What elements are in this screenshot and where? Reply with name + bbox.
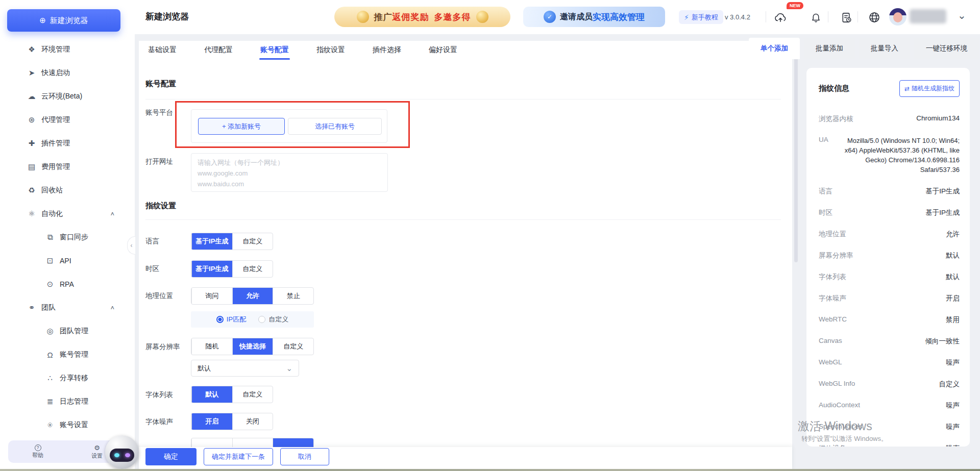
shield-check-icon: ✓ — [544, 11, 556, 23]
fingerprint-row: 语言 基于IP生成 — [819, 187, 960, 196]
sidebar-item-team[interactable]: ⚭ 团队 ˄ — [0, 296, 135, 319]
fingerprint-row: 地理位置 允许 — [819, 230, 960, 239]
sidebar-item-recycle-bin[interactable]: ♻ 回收站 — [0, 179, 135, 202]
chevron-up-icon: ˄ — [110, 304, 114, 312]
tab-plugin[interactable]: 插件选择 — [373, 41, 401, 60]
scrollbar-thumb[interactable] — [794, 53, 798, 262]
font-list-label: 字体列表 — [145, 390, 173, 400]
sidebar-item-log-manage[interactable]: ≣ 日志管理 — [0, 390, 135, 413]
section-title-fingerprint: 指纹设置 — [145, 201, 176, 211]
sidebar-item-plugin-manage[interactable]: ✚ 插件管理 — [0, 132, 135, 155]
person-gear-icon: ⍟ — [44, 420, 56, 430]
font-noise-segment: 开启关闭 — [191, 413, 273, 430]
font-list-segment: 默认自定义 — [191, 386, 273, 403]
lightning-icon: ⚡ — [684, 13, 689, 21]
tab-account[interactable]: 账号配置 — [260, 41, 289, 60]
tab-proxy[interactable]: 代理配置 — [204, 41, 233, 60]
new-browser-button[interactable]: ⊕ 新建浏览器 — [7, 9, 120, 32]
globe-language-icon[interactable] — [868, 11, 881, 24]
ip-match-radio[interactable]: IP匹配 — [216, 315, 246, 324]
tab-basic[interactable]: 基础设置 — [148, 41, 177, 60]
chevron-left-icon: ‹ — [131, 242, 133, 249]
username-blurred — [910, 9, 946, 23]
radio-unselected-icon — [258, 316, 265, 323]
config-tabs: 基础设置代理配置账号配置指纹设置插件选择偏好设置 — [148, 41, 485, 60]
robot-visor — [110, 449, 134, 462]
tab-preference[interactable]: 偏好设置 — [429, 41, 457, 60]
sidebar-item-proxy-manage[interactable]: ⊛ 代理管理 — [0, 108, 135, 132]
fingerprint-row: WebGL Info 自定义 — [819, 380, 960, 389]
fingerprint-row: Canvas 倾向一致性 — [819, 337, 960, 346]
placeholder-line: 请输入网址（每行一个网址） — [198, 157, 381, 168]
chevron-down-icon: ⌄ — [286, 364, 292, 373]
sidebar-item-env-manage[interactable]: ❖ 环境管理 — [0, 38, 135, 61]
fingerprint-row: 字体列表 默认 — [819, 272, 960, 282]
promo-banner-referral[interactable]: 推广 返佣奖励 多邀多得 — [334, 7, 510, 27]
tab-batch-add[interactable]: 批量添加 — [804, 38, 855, 59]
puzzle-icon: ✚ — [26, 139, 38, 148]
account-platform-label: 账号平台 — [145, 108, 173, 117]
resolution-select[interactable]: 默认 ⌄ — [191, 360, 299, 377]
sidebar-item-rpa[interactable]: ⊙ RPA — [0, 272, 135, 296]
confirm-button[interactable]: 确定 — [145, 448, 197, 465]
share-nodes-icon: ∴ — [44, 374, 56, 383]
sidebar-item-account-settings[interactable]: ⍟ 账号设置 — [0, 413, 135, 437]
tab-fingerprint[interactable]: 指纹设置 — [316, 41, 345, 60]
new-badge: NEW — [787, 2, 803, 9]
confirm-and-next-button[interactable]: 确定并新建下一条 — [204, 448, 273, 465]
bell-icon[interactable] — [809, 11, 822, 24]
shuffle-icon: ⇄ — [904, 85, 910, 92]
language-segment: 基于IP生成自定义 — [191, 233, 273, 250]
cancel-button[interactable]: 取消 — [280, 448, 329, 465]
fingerprint-row: 时区 基于IP生成 — [819, 208, 960, 217]
log-document-icon[interactable] — [840, 11, 853, 24]
sidebar-item-billing-manage[interactable]: ▤ 费用管理 — [0, 155, 135, 179]
screen-resolution-label: 屏幕分辨率 — [145, 342, 180, 352]
open-url-label: 打开网址 — [145, 157, 173, 166]
help-button[interactable]: ? 帮助 — [32, 444, 43, 458]
promo-banner-invite[interactable]: ✓ 邀请成员 实现高效管理 — [523, 7, 665, 27]
question-circle-icon: ? — [35, 444, 41, 451]
sidebar-item-cloud-env[interactable]: ☁ 云环境(Beta) — [0, 85, 135, 108]
nodes-icon: ⚛ — [26, 209, 38, 218]
sidebar-item-share-transfer[interactable]: ∴ 分享转移 — [0, 366, 135, 390]
taskbar-edge-strip — [0, 469, 980, 471]
chevron-down-icon[interactable]: ⌄ — [958, 9, 966, 21]
tab-batch-import[interactable]: 批量导入 — [859, 38, 910, 59]
sidebar-item-automation[interactable]: ⚛ 自动化 ˄ — [0, 202, 135, 226]
tab-one-click-migrate[interactable]: 一键迁移环境 — [914, 38, 979, 59]
divider — [145, 219, 781, 220]
sidebar-item-quick-launch[interactable]: ➤ 快速启动 — [0, 61, 135, 85]
sidebar-item-account-manage[interactable]: Ω 账号管理 — [0, 343, 135, 366]
cloud-upload-icon[interactable] — [774, 11, 787, 24]
sidebar-item-api[interactable]: ⊡ API — [0, 249, 135, 272]
divider — [857, 11, 858, 22]
custom-radio[interactable]: 自定义 — [258, 315, 288, 324]
sidebar-item-team-manage[interactable]: ◎ 团队管理 — [0, 319, 135, 343]
red-highlight-box — [175, 101, 410, 148]
geolocation-label: 地理位置 — [145, 291, 173, 301]
version-label: v 3.0.4.2 — [725, 13, 750, 21]
open-url-textarea[interactable]: 请输入网址（每行一个网址） www.google.com www.baidu.c… — [191, 153, 388, 192]
settings-button[interactable]: ⚙ 设置 — [91, 444, 103, 458]
timezone-segment: 基于IP生成自定义 — [191, 260, 273, 278]
divider — [766, 11, 766, 22]
fingerprint-info-panel: 指纹信息 ⇄ 随机生成新指纹 浏览器内核 Chromium134 UA Mozi… — [806, 68, 970, 447]
recycle-icon: ♻ — [26, 186, 38, 195]
fingerprint-row: SpeechVoices 噪声 — [819, 423, 960, 432]
user-avatar[interactable] — [889, 8, 906, 26]
divider — [145, 99, 781, 100]
cloud-icon: ☁ — [26, 92, 38, 101]
robot-icon: ⊙ — [44, 280, 56, 289]
placeholder-line: www.baidu.com — [198, 179, 381, 189]
page-title: 新建浏览器 — [145, 11, 189, 22]
assistant-robot-avatar[interactable] — [105, 435, 139, 469]
tutorial-badge[interactable]: ⚡ 新手教程 — [679, 10, 723, 24]
fingerprint-row-ua: UA Mozilla/5.0 (Windows NT 10.0; Win64; … — [819, 136, 960, 175]
placeholder-line: www.google.com — [198, 168, 381, 179]
regenerate-fingerprint-button[interactable]: ⇄ 随机生成新指纹 — [899, 80, 960, 97]
tab-single-add[interactable]: 单个添加 — [749, 38, 800, 59]
sidebar-item-window-sync[interactable]: ⧉ 窗口同步 — [0, 226, 135, 249]
footer-action-bar: 确定 确定并新建下一条 取消 — [139, 447, 792, 471]
section-title-account-config: 账号配置 — [145, 79, 176, 89]
